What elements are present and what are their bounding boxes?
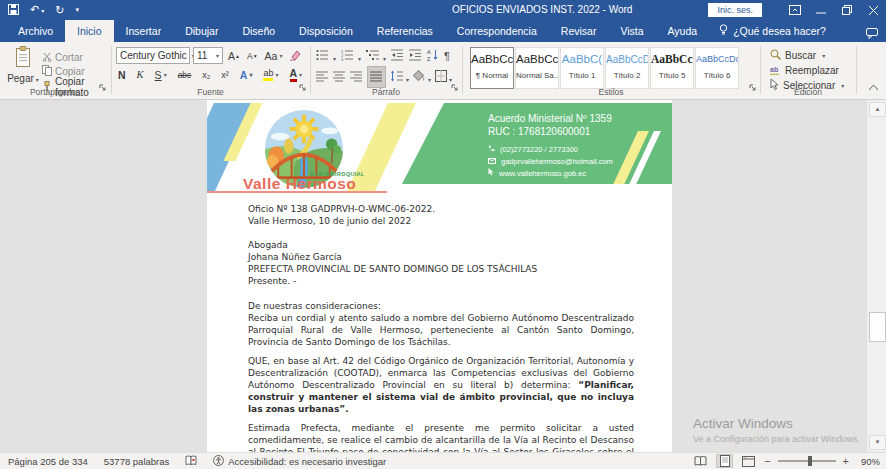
tab-archivo[interactable]: Archivo <box>6 20 65 42</box>
styles-group-label: Estilos <box>462 87 760 97</box>
font-size-combo[interactable]: 11▾ <box>193 47 223 64</box>
decrease-indent-icon[interactable] <box>391 47 404 65</box>
highlight-color-button[interactable]: ab▾ <box>261 68 280 81</box>
recipient-line: Johana Núñez García <box>248 251 634 263</box>
paste-button[interactable]: Pegar▾ <box>6 46 40 84</box>
bullets-icon[interactable]: ▾ <box>316 47 336 65</box>
tell-me-placeholder: ¿Qué desea hacer? <box>733 25 826 37</box>
tell-me-search[interactable]: ¿Qué desea hacer? <box>709 20 836 42</box>
page-indicator[interactable]: Página 205 de 334 <box>8 456 88 467</box>
font-dialog-launcher[interactable] <box>299 78 307 96</box>
text-effects-button[interactable]: A▾ <box>238 69 255 81</box>
style-titulo-2[interactable]: AaBbCcDTítulo 2 <box>605 47 649 89</box>
subscript-button[interactable]: x₂ <box>200 70 212 80</box>
underline-button[interactable]: S▾ <box>153 69 169 81</box>
change-case-button[interactable]: Aa▾ <box>263 50 285 62</box>
letterhead-ruc: RUC : 1768120600001 <box>488 125 613 138</box>
ribbon: Pegar▾ Cortar Copiar Copiar formato Port… <box>0 42 886 100</box>
borders-icon[interactable]: ▾ <box>435 68 452 86</box>
scroll-down-icon[interactable]: ▼ <box>869 435 886 450</box>
justify-icon[interactable] <box>367 66 386 88</box>
scroll-up-icon[interactable]: ▲ <box>869 102 886 117</box>
tab-disposicion[interactable]: Disposición <box>287 20 365 42</box>
letter-paragraph: Estimada Prefecta, mediante el presente … <box>248 422 634 452</box>
shading-icon[interactable]: ▾ <box>413 68 431 86</box>
tab-insertar[interactable]: Insertar <box>114 20 174 42</box>
accessibility-status[interactable]: Accesibilidad: es necesario investigar <box>213 455 386 468</box>
watermark-subtitle: Ve a Configuración para activar Windows. <box>693 434 860 444</box>
tab-dibujar[interactable]: Dibujar <box>173 20 230 42</box>
zoom-out-icon[interactable]: − <box>764 455 770 467</box>
tab-revisar[interactable]: Revisar <box>549 20 609 42</box>
replace-button[interactable]: ab Reemplazar <box>770 63 839 78</box>
close-button[interactable] <box>860 0 886 20</box>
superscript-button[interactable]: x² <box>219 70 231 80</box>
scrollbar-thumb[interactable] <box>869 312 886 342</box>
print-layout-icon[interactable] <box>716 454 733 468</box>
sort-icon[interactable]: AZ <box>427 47 439 65</box>
shrink-font-button[interactable]: A▼ <box>245 51 260 61</box>
word-count[interactable]: 53778 palabras <box>104 456 170 467</box>
style-titulo-1[interactable]: AaBbC(Título 1 <box>560 47 604 89</box>
letterhead-phone: (02)2773220 / 2773300 <box>500 144 578 156</box>
grow-font-button[interactable]: A▲ <box>226 50 242 62</box>
clear-formatting-icon[interactable] <box>287 50 303 61</box>
font-group-label: Fuente <box>111 87 310 97</box>
numbering-icon[interactable]: 123▾ <box>341 47 361 65</box>
letter-body[interactable]: Oficio Nº 138 GADPRVH-O-WMC-06-2022. Val… <box>248 203 634 452</box>
document-page[interactable]: Acuerdo Ministerial Nº 1359 RUC : 176812… <box>207 100 672 452</box>
status-bar: Página 205 de 334 53778 palabras Accesib… <box>0 452 886 469</box>
ribbon-display-options-icon[interactable] <box>782 0 808 20</box>
feedback-icon[interactable] <box>866 25 878 43</box>
undo-icon[interactable]: ↶▾ <box>30 0 44 21</box>
document-area[interactable]: Acuerdo Ministerial Nº 1359 RUC : 176812… <box>0 100 886 452</box>
clipboard-dialog-launcher[interactable] <box>99 78 107 96</box>
strikethrough-button[interactable]: abc <box>176 70 194 80</box>
customize-qat-icon[interactable]: ▾ <box>75 0 79 20</box>
proofing-icon[interactable] <box>185 455 197 468</box>
collapse-ribbon-icon[interactable] <box>868 77 879 95</box>
tab-ayuda[interactable]: Ayuda <box>656 20 710 42</box>
increase-indent-icon[interactable] <box>409 47 422 65</box>
vertical-scrollbar[interactable]: ▲ ▼ <box>866 100 886 452</box>
letter-date: Valle Hermoso, 10 de junio del 2022 <box>248 215 634 227</box>
italic-button[interactable]: K <box>135 69 146 80</box>
watermark-title: Activar Windows <box>693 416 860 431</box>
tab-diseno[interactable]: Diseño <box>230 20 287 42</box>
redo-icon[interactable]: ↻ <box>55 0 64 20</box>
line-spacing-icon[interactable]: ▾ <box>390 68 409 86</box>
paragraph-dialog-launcher[interactable] <box>451 78 459 96</box>
multilevel-list-icon[interactable]: ▾ <box>366 47 386 65</box>
show-marks-icon[interactable]: ¶ <box>444 50 450 62</box>
tab-correspondencia[interactable]: Correspondencia <box>445 20 549 42</box>
style-titulo-5[interactable]: AaBbCcITítulo 5 <box>650 47 694 89</box>
style-titulo-6[interactable]: AaBbCcDcTítulo 6 <box>695 47 739 89</box>
zoom-in-icon[interactable]: + <box>843 455 849 467</box>
styles-dialog-launcher[interactable] <box>749 78 757 96</box>
letterhead-acuerdo: Acuerdo Ministerial Nº 1359 <box>488 112 613 125</box>
tab-vista[interactable]: Vista <box>608 20 655 42</box>
zoom-level[interactable]: 90% <box>856 456 880 467</box>
find-button[interactable]: Buscar▾ <box>770 48 825 63</box>
font-name-combo[interactable]: Century Gothic▾ <box>116 47 190 64</box>
restore-button[interactable] <box>834 0 860 20</box>
envelope-icon <box>488 156 496 168</box>
align-center-icon[interactable] <box>333 68 346 86</box>
web-layout-icon[interactable] <box>740 454 757 468</box>
style-normal[interactable]: AaBbCcD¶ Normal <box>470 47 514 89</box>
bold-button[interactable]: N <box>116 69 128 81</box>
tab-inicio[interactable]: Inicio <box>65 20 114 42</box>
align-left-icon[interactable] <box>316 68 329 86</box>
group-divider <box>856 46 857 94</box>
tab-referencias[interactable]: Referencias <box>365 20 445 42</box>
sign-in-button[interactable]: Inic. ses. <box>708 3 762 17</box>
minimize-button[interactable] <box>808 0 834 20</box>
align-right-icon[interactable] <box>350 68 363 86</box>
save-icon[interactable] <box>8 1 19 19</box>
zoom-slider[interactable] <box>778 460 836 462</box>
style-normal-sa[interactable]: AaBbCcNormal Sa... <box>515 47 559 89</box>
read-mode-icon[interactable] <box>692 454 709 468</box>
letter-reference: Oficio Nº 138 GADPRVH-O-WMC-06-2022. <box>248 203 634 215</box>
zoom-slider-thumb[interactable] <box>808 456 812 466</box>
styles-group: AaBbCcD¶ Normal AaBbCcNormal Sa... AaBbC… <box>462 42 760 99</box>
